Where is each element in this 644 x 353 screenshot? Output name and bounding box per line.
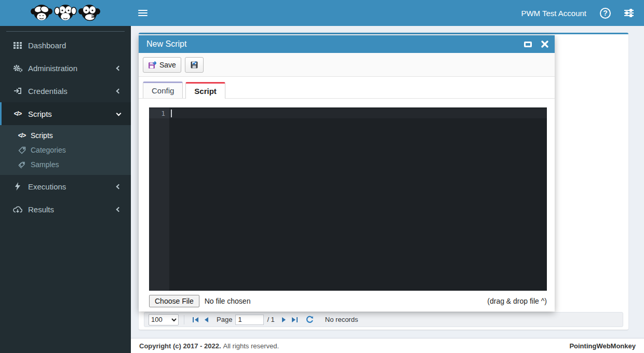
page-number-input[interactable] (235, 315, 264, 325)
submenu-item-samples[interactable]: Samples (0, 157, 131, 172)
footer: Copyright (c) 2017 - 2022. All rights re… (131, 338, 644, 353)
rights-text: All rights reserved. (223, 342, 279, 350)
top-navbar: PWM Test Account ? (131, 0, 644, 26)
submenu-item-scripts[interactable]: </> Scripts (0, 128, 131, 143)
tab-label: Script (194, 87, 217, 96)
bolt-icon (11, 182, 24, 191)
chevron-left-icon (116, 207, 122, 212)
editor-gutter: 1 (149, 107, 169, 291)
hear-no-evil-monkey-icon (54, 3, 77, 23)
tags-icon (17, 161, 27, 169)
logo[interactable] (0, 0, 131, 26)
save-button-label: Save (159, 61, 176, 69)
code-icon: </> (11, 110, 24, 117)
save-check-button[interactable] (185, 57, 204, 73)
close-icon[interactable] (541, 40, 548, 48)
save-check-floppy-icon (190, 61, 198, 69)
help-icon[interactable]: ? (600, 8, 611, 19)
modal-toolbar: Save (139, 53, 555, 77)
sidebar-item-label: Dashboard (28, 41, 66, 50)
sidebar-item-administration[interactable]: Administration (0, 57, 131, 79)
scripts-submenu: </> Scripts Categories Samples (0, 125, 131, 175)
sidebar-item-label: Credentials (28, 87, 68, 96)
grid-icon (11, 41, 24, 49)
sidebar-item-label: Results (28, 205, 54, 214)
tab-label: Config (152, 86, 174, 95)
sidebar-item-label: Administration (28, 64, 77, 73)
sidebar-divider (6, 31, 125, 32)
cloud-download-icon (11, 206, 24, 213)
code-icon: </> (17, 132, 27, 139)
submenu-item-label: Samples (31, 160, 59, 169)
sidebar-item-label: Executions (28, 182, 66, 191)
choose-file-button[interactable]: Choose File (149, 295, 199, 307)
modal-tabs: Config Script (139, 77, 555, 99)
drag-drop-hint: (drag & drop file ^) (487, 297, 547, 305)
modal-header[interactable]: New Script (139, 35, 555, 53)
page-total: / 1 (267, 316, 274, 323)
chevron-left-icon (116, 88, 122, 93)
file-chosen-status: No file chosen (205, 297, 251, 305)
sidebar: Dashboard Administration Credentials (0, 0, 131, 353)
settings-sliders-icon[interactable] (624, 9, 634, 17)
editor-text-area[interactable] (169, 107, 547, 291)
app-window: Dashboard Administration Credentials (0, 0, 644, 353)
prev-page-button[interactable] (204, 317, 209, 323)
sidebar-item-executions[interactable]: Executions (0, 175, 131, 198)
new-script-modal: New Script Save (139, 35, 555, 311)
last-page-button[interactable] (291, 317, 298, 323)
submenu-item-label: Categories (31, 146, 66, 154)
sidebar-item-dashboard[interactable]: Dashboard (0, 34, 131, 57)
tab-config[interactable]: Config (143, 82, 183, 98)
submenu-item-categories[interactable]: Categories (0, 143, 131, 157)
save-floppy-icon (148, 61, 156, 69)
account-menu[interactable]: PWM Test Account (521, 9, 586, 18)
sidebar-item-label: Scripts (28, 110, 52, 118)
save-button[interactable]: Save (143, 57, 181, 73)
sidebar-item-results[interactable]: Results (0, 198, 131, 221)
grid-pager: 100 Page / 1 No (144, 312, 623, 327)
hamburger-menu-icon[interactable] (138, 8, 147, 18)
modal-title: New Script (146, 39, 186, 49)
maximize-icon[interactable] (524, 42, 532, 47)
sign-in-icon (11, 87, 24, 95)
page-size-select[interactable]: 100 (149, 314, 179, 325)
sidebar-item-scripts[interactable]: </> Scripts (0, 102, 131, 125)
script-code-editor[interactable]: 1 (149, 107, 547, 291)
brand-name: PointingWebMonkey (569, 342, 636, 350)
see-no-evil-monkey-icon (30, 3, 53, 23)
editor-caret (171, 110, 172, 117)
submenu-item-label: Scripts (31, 131, 53, 140)
tab-script[interactable]: Script (185, 82, 225, 99)
records-status: No records (325, 316, 358, 323)
chevron-left-icon (116, 65, 122, 71)
first-page-button[interactable] (192, 317, 199, 323)
chevron-down-icon (116, 111, 122, 116)
active-line-highlight (169, 108, 547, 118)
tag-icon (17, 146, 27, 154)
page-label: Page (217, 316, 232, 323)
next-page-button[interactable] (281, 317, 286, 323)
sidebar-item-credentials[interactable]: Credentials (0, 79, 131, 102)
file-upload-row: Choose File No file chosen (drag & drop … (149, 295, 547, 307)
line-number: 1 (149, 108, 169, 118)
speak-no-evil-monkey-icon (78, 3, 101, 23)
refresh-icon[interactable] (306, 316, 314, 323)
gears-icon (11, 64, 24, 72)
copyright-text: Copyright (c) 2017 - 2022. (139, 342, 221, 350)
chevron-left-icon (116, 184, 122, 189)
